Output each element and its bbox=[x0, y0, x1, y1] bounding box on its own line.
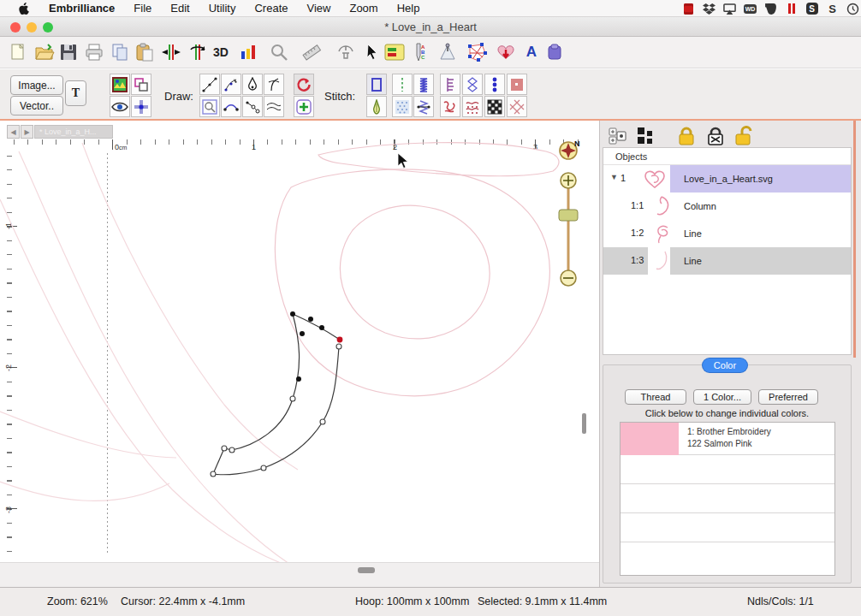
preferred-button[interactable]: Preferred bbox=[758, 389, 818, 405]
move-cross-icon[interactable] bbox=[131, 96, 151, 117]
object-label[interactable]: Column bbox=[670, 192, 851, 220]
evernote-icon[interactable] bbox=[764, 3, 777, 15]
needle-point-icon[interactable] bbox=[366, 96, 387, 117]
pen-tool-icon[interactable] bbox=[242, 74, 263, 95]
zoom-out-button[interactable] bbox=[561, 270, 576, 286]
screen-recorder-icon[interactable] bbox=[682, 3, 695, 15]
blanket-stitch-icon[interactable] bbox=[440, 74, 460, 95]
menu-edit[interactable]: Edit bbox=[170, 2, 189, 15]
zoom-slider-handle[interactable] bbox=[559, 210, 578, 221]
select-cursor-icon[interactable] bbox=[362, 42, 383, 62]
airplay-display-icon[interactable] bbox=[723, 3, 736, 15]
zoom-tool-icon[interactable] bbox=[269, 42, 289, 62]
embroidery-design[interactable] bbox=[0, 121, 599, 587]
object-row-line2[interactable]: 1:3 Line bbox=[603, 247, 851, 275]
stitch-simulator-icon[interactable] bbox=[335, 42, 356, 62]
expand-objects-icon[interactable] bbox=[609, 127, 628, 149]
thread-color-swatch[interactable] bbox=[621, 423, 679, 455]
dropbox-icon[interactable] bbox=[703, 3, 716, 15]
color-tab[interactable]: Color bbox=[703, 358, 747, 372]
object-row-line1[interactable]: 1:2 Line bbox=[603, 220, 851, 247]
thread-button[interactable]: Thread bbox=[625, 389, 686, 405]
library-tool-icon[interactable] bbox=[544, 42, 565, 62]
straight-line-tool-icon[interactable] bbox=[199, 74, 220, 95]
lettering-tool-icon[interactable]: ABC bbox=[409, 42, 430, 62]
wave-lines-tool-icon[interactable] bbox=[264, 96, 284, 117]
image-button[interactable]: Image... bbox=[10, 75, 63, 95]
one-color-button[interactable]: 1 Color... bbox=[693, 389, 751, 405]
horizontal-scrollbar[interactable] bbox=[358, 567, 375, 573]
curve-tool-icon[interactable] bbox=[264, 74, 284, 95]
compass-icon[interactable]: N bbox=[560, 139, 580, 159]
menu-zoom[interactable]: Zoom bbox=[349, 2, 377, 15]
shape-edit-tool-icon[interactable] bbox=[466, 42, 487, 62]
print-icon[interactable] bbox=[84, 42, 104, 62]
object-number: 1:2 bbox=[631, 228, 644, 238]
design-properties-icon[interactable] bbox=[384, 42, 405, 62]
object-row-column[interactable]: 1:1 Column bbox=[603, 192, 851, 220]
satin-column-icon[interactable] bbox=[413, 74, 434, 95]
lock-icon[interactable] bbox=[675, 126, 698, 150]
menu-view[interactable]: View bbox=[306, 2, 330, 15]
paste-icon[interactable] bbox=[134, 42, 155, 62]
new-document-icon[interactable] bbox=[7, 42, 27, 62]
text-tool-button[interactable]: T bbox=[65, 80, 86, 106]
rotate-icon[interactable] bbox=[187, 42, 208, 62]
menu-help[interactable]: Help bbox=[397, 2, 420, 15]
run-stitch-icon[interactable] bbox=[392, 74, 413, 95]
time-machine-icon[interactable] bbox=[846, 3, 859, 15]
zoom-in-button[interactable] bbox=[561, 173, 576, 188]
save-icon[interactable] bbox=[58, 42, 79, 62]
bean-stitch-icon[interactable] bbox=[484, 74, 505, 95]
skype-icon[interactable]: S bbox=[805, 3, 818, 15]
apple-menu-icon[interactable] bbox=[19, 3, 30, 15]
open-file-icon[interactable] bbox=[34, 42, 55, 62]
visibility-eye-icon[interactable] bbox=[110, 96, 130, 117]
menu-file[interactable]: File bbox=[134, 2, 151, 15]
path-control-points[interactable] bbox=[211, 311, 342, 477]
vertical-scrollbar[interactable] bbox=[582, 413, 586, 434]
stipple-fill-icon[interactable] bbox=[440, 96, 460, 117]
object-label[interactable]: Line bbox=[670, 220, 851, 247]
unlock-icon[interactable] bbox=[732, 126, 756, 150]
color-bar-chart-icon[interactable] bbox=[238, 42, 258, 62]
motif-fill-icon[interactable] bbox=[462, 96, 483, 117]
letters-tool-icon[interactable]: A bbox=[521, 42, 542, 62]
s-app-icon[interactable]: S bbox=[826, 3, 839, 15]
path-node-tool-icon[interactable] bbox=[242, 96, 263, 117]
merge-design-icon[interactable] bbox=[496, 42, 516, 62]
crosshatch-fill-icon[interactable] bbox=[507, 96, 527, 117]
solid-fill-icon[interactable] bbox=[507, 74, 527, 95]
disclosure-triangle[interactable]: ▼ bbox=[610, 173, 618, 181]
object-label[interactable]: Love_in_a_Heart.svg bbox=[670, 165, 851, 192]
thread-row[interactable]: 1: Brother Embroidery 122 Salmon Pink bbox=[621, 423, 834, 455]
outline-overlap-icon[interactable] bbox=[131, 74, 151, 95]
vector-button[interactable]: Vector.. bbox=[10, 96, 63, 116]
menu-app-name[interactable]: Embrilliance bbox=[49, 2, 115, 15]
view-3d-icon[interactable]: 3D bbox=[211, 42, 231, 62]
menu-create[interactable]: Create bbox=[254, 2, 288, 15]
motif-stitch-icon[interactable] bbox=[462, 74, 483, 95]
image-view-icon[interactable] bbox=[110, 74, 130, 95]
light-fill-icon[interactable] bbox=[392, 96, 413, 117]
group-view-icon[interactable] bbox=[636, 127, 655, 149]
copy-icon[interactable] bbox=[110, 42, 130, 62]
outline-stitch-icon[interactable] bbox=[366, 74, 387, 95]
lattice-fill-icon[interactable] bbox=[484, 96, 505, 117]
object-row-design[interactable]: ▼ 1 Love_in_a_Heart.svg bbox=[603, 165, 851, 192]
satin-zigzag-icon[interactable] bbox=[413, 96, 434, 117]
bezier-point-tool-icon[interactable] bbox=[221, 74, 241, 95]
arc-tool-icon[interactable] bbox=[221, 96, 241, 117]
wd-drive-icon[interactable]: WD bbox=[744, 3, 757, 15]
object-label[interactable]: Line bbox=[670, 247, 851, 275]
stitch-angle-tool-icon[interactable] bbox=[437, 42, 458, 62]
pause-icon[interactable] bbox=[785, 3, 798, 15]
zoom-select-tool-icon[interactable] bbox=[199, 96, 220, 117]
redo-rotate-tool-icon[interactable] bbox=[294, 74, 314, 95]
add-shape-tool-icon[interactable] bbox=[294, 96, 314, 117]
menu-utility[interactable]: Utility bbox=[209, 2, 236, 15]
measure-tool-icon[interactable] bbox=[301, 42, 322, 62]
design-canvas[interactable]: ◀ ▶ * Love_in_a_H... 0cm 1 2 3 -1 -2 -3 bbox=[0, 121, 599, 587]
lock-disabled-icon[interactable] bbox=[704, 126, 727, 150]
flip-horizontal-icon[interactable] bbox=[161, 42, 181, 62]
